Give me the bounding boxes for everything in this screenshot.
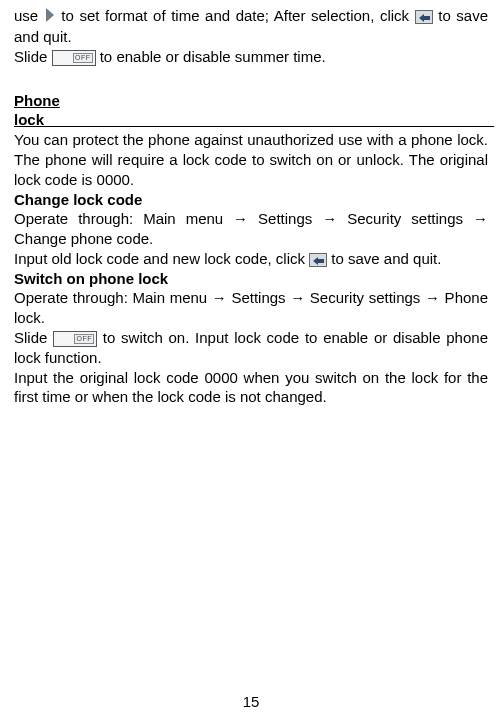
subheading-change-lock-code: Change lock code xyxy=(14,190,488,210)
toggle-off-icon xyxy=(53,331,97,347)
text-fragment: use xyxy=(14,7,44,24)
paragraph-summer-time: Slide to enable or disable summer time. xyxy=(14,47,488,67)
paragraph-change-code-path: Operate through: Main menu → Settings → … xyxy=(14,209,488,249)
text-fragment: Slide xyxy=(14,48,52,65)
paragraph-original-code: Input the original lock code 0000 when y… xyxy=(14,368,488,408)
paragraph-slide-switch-on: Slide to switch on. Input lock code to e… xyxy=(14,328,488,368)
back-icon xyxy=(415,10,433,24)
text-fragment: Slide xyxy=(14,329,53,346)
text-fragment: to save and quit. xyxy=(327,250,441,267)
back-icon xyxy=(309,253,327,267)
section-heading-phone-lock: Phone lock xyxy=(14,91,488,131)
paragraph-input-codes: Input old lock code and new lock code, c… xyxy=(14,249,488,269)
paragraph-phone-lock-path: Operate through: Main menu → Settings → … xyxy=(14,288,488,328)
paragraph-phone-lock-intro: You can protect the phone against unauth… xyxy=(14,130,488,189)
spacer xyxy=(14,67,488,77)
text-fragment: to set format of time and date; After se… xyxy=(56,7,415,24)
chevron-right-icon xyxy=(44,7,56,27)
toggle-off-icon xyxy=(52,50,96,66)
page-number: 15 xyxy=(0,692,502,712)
text-fragment: to enable or disable summer time. xyxy=(96,48,326,65)
document-page: use to set format of time and date; Afte… xyxy=(0,0,502,720)
text-fragment: Input old lock code and new lock code, c… xyxy=(14,250,309,267)
paragraph-time-date: use to set format of time and date; Afte… xyxy=(14,6,488,47)
subheading-switch-on-lock: Switch on phone lock xyxy=(14,269,488,289)
heading-text: Phone lock xyxy=(14,92,60,129)
